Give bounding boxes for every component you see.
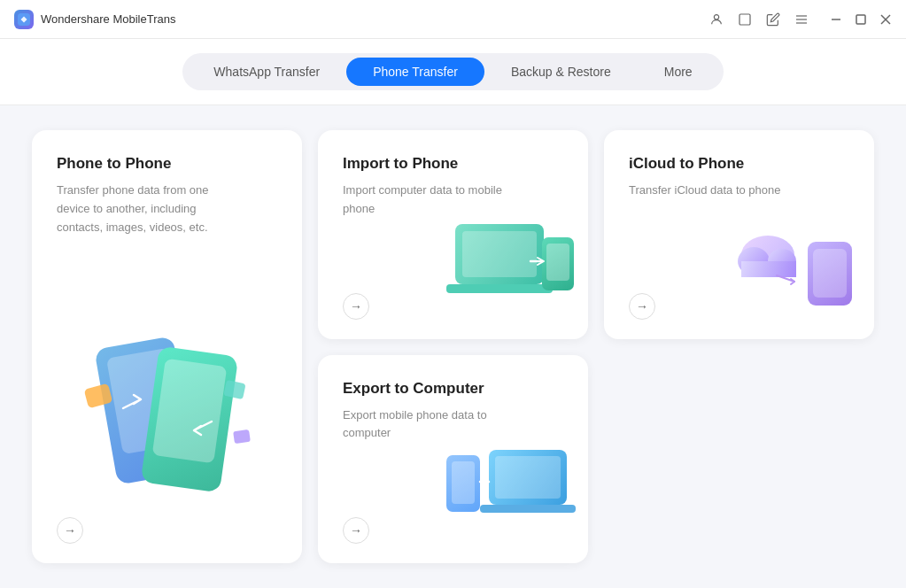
svg-rect-7: [856, 15, 865, 24]
tab-phone[interactable]: Phone Transfer: [346, 58, 484, 86]
card-import-to-phone[interactable]: Import to Phone Import computer data to …: [318, 130, 588, 339]
tab-backup[interactable]: Backup & Restore: [484, 58, 638, 86]
card-icloud-title: iCloud to Phone: [629, 155, 849, 173]
svg-rect-2: [740, 14, 750, 25]
card-export-title: Export to Computer: [343, 380, 563, 398]
card-export-arrow[interactable]: →: [343, 517, 369, 544]
minimize-button[interactable]: [830, 13, 842, 26]
edit-icon[interactable]: [766, 12, 780, 27]
svg-rect-27: [741, 261, 796, 277]
titlebar: Wondershare MobileTrans: [0, 0, 906, 39]
card-export-to-computer[interactable]: Export to Computer Export mobile phone d…: [318, 355, 588, 564]
tab-more[interactable]: More: [638, 58, 719, 86]
card-import-title: Import to Phone: [343, 155, 563, 173]
navbar: WhatsApp Transfer Phone Transfer Backup …: [0, 39, 906, 105]
tab-whatsapp[interactable]: WhatsApp Transfer: [187, 58, 346, 86]
card-phone-to-phone-desc: Transfer phone data from one device to a…: [57, 182, 234, 236]
titlebar-controls: [709, 12, 892, 27]
close-button[interactable]: [879, 13, 892, 26]
window-icon[interactable]: [738, 12, 752, 27]
card-phone-to-phone[interactable]: Phone to Phone Transfer phone data from …: [32, 130, 302, 563]
main-content: Phone to Phone Transfer phone data from …: [0, 105, 906, 588]
window-controls: [830, 13, 892, 26]
card-import-arrow[interactable]: →: [343, 293, 369, 320]
app-logo: [14, 10, 34, 29]
nav-tabs: WhatsApp Transfer Phone Transfer Backup …: [182, 53, 723, 90]
svg-rect-16: [233, 429, 251, 444]
svg-rect-23: [813, 249, 847, 298]
svg-rect-32: [480, 505, 576, 513]
menu-icon[interactable]: [794, 12, 809, 27]
app-title: Wondershare MobileTrans: [41, 12, 175, 26]
svg-rect-31: [495, 456, 561, 499]
card-icloud-desc: Transfer iCloud data to phone: [629, 182, 806, 200]
svg-rect-21: [546, 244, 569, 281]
user-icon[interactable]: [709, 12, 724, 27]
svg-rect-29: [452, 461, 475, 504]
svg-point-1: [714, 14, 718, 19]
card-icloud-arrow[interactable]: →: [629, 293, 655, 320]
restore-button[interactable]: [855, 13, 867, 26]
svg-rect-19: [446, 284, 553, 293]
card-phone-to-phone-arrow[interactable]: →: [57, 517, 83, 544]
card-icloud-to-phone[interactable]: iCloud to Phone Transfer iCloud data to …: [604, 130, 874, 339]
card-phone-to-phone-title: Phone to Phone: [57, 155, 277, 173]
svg-rect-18: [462, 231, 537, 277]
